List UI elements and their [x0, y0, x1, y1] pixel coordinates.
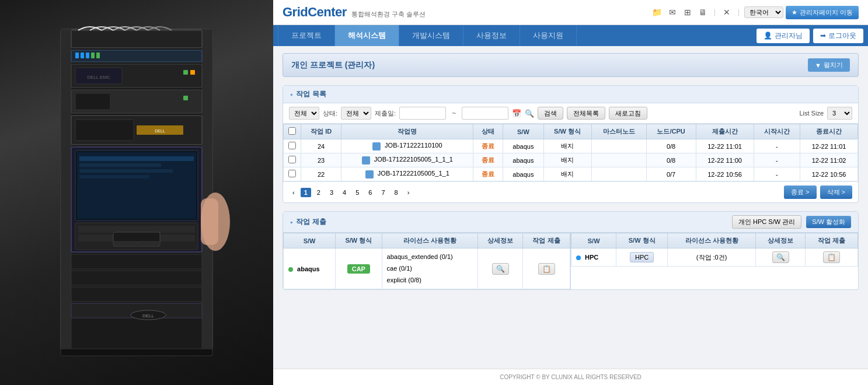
- job-master-0: [591, 139, 646, 153]
- folder-icon[interactable]: 📁: [651, 6, 664, 19]
- left-sw-type: CAP: [336, 249, 382, 289]
- right-col-sw-type: S/W 형식: [616, 233, 668, 249]
- col-end-time: 종료시간: [800, 124, 858, 139]
- nav-item-project[interactable]: 프로젝트: [278, 25, 335, 46]
- nav-item-dev[interactable]: 개발시스템: [399, 25, 463, 46]
- page-1[interactable]: 1: [301, 188, 311, 197]
- job-status-0: 종료: [473, 139, 503, 153]
- close-icon[interactable]: ✕: [720, 6, 733, 19]
- col-node-cpu: 노드/CPU: [646, 124, 696, 139]
- job-id-1: 23: [301, 153, 341, 167]
- delete-button[interactable]: 삭제 >: [820, 186, 852, 199]
- job-end-2: 12-22 10:56: [800, 167, 858, 181]
- svg-rect-2: [202, 29, 212, 350]
- end-button[interactable]: 종료 >: [784, 186, 816, 199]
- svg-rect-39: [71, 287, 202, 302]
- page-2[interactable]: 2: [313, 188, 324, 197]
- left-col-sw: S/W: [284, 233, 336, 249]
- page-5[interactable]: 5: [352, 188, 362, 197]
- submit-section-title: 작업 제출: [290, 217, 326, 227]
- left-submit-panel: S/W S/W 형식 라이선스 사용현황 상세정보 작업 제출: [283, 233, 571, 289]
- job-master-1: [591, 153, 646, 167]
- page-4[interactable]: 4: [339, 188, 350, 197]
- right-submit-table: S/W S/W 형식 라이선스 사용현황 상세정보 작업 제출: [571, 233, 858, 267]
- grid-icon[interactable]: ⊞: [681, 6, 694, 19]
- job-list-toolbar: 전체 상태: 전체 제출일: ~ 📅 🔍 검색 전체목록 새로고침 List S…: [283, 103, 858, 124]
- page-6[interactable]: 6: [365, 188, 375, 197]
- submit-header: 작업 제출 개인 HPC S/W 관리 S/W 활성화: [283, 212, 858, 233]
- hpc-mgmt-button[interactable]: 개인 HPC S/W 관리: [732, 215, 801, 229]
- svg-rect-27: [79, 169, 173, 173]
- job-id-0: 24: [301, 139, 341, 153]
- job-list-table: 작업 ID 작업명 상태 S/W S/W 형식 마스터노드 노드/CPU 제출시…: [283, 124, 858, 181]
- job-icon-0: [372, 142, 381, 150]
- license-item-0: abaqus_extended (0/1): [387, 251, 473, 263]
- svg-rect-7: [86, 52, 89, 58]
- nav-logout-button[interactable]: ➡ 로그아웃: [813, 29, 863, 43]
- col-master-node: 마스터노드: [591, 124, 646, 139]
- job-sw-type-0: 배지: [543, 139, 591, 153]
- date-to-input[interactable]: [462, 107, 508, 120]
- svg-rect-9: [96, 52, 100, 58]
- right-detail-button[interactable]: 🔍: [772, 251, 789, 263]
- license-item-1: cae (0/1): [387, 263, 473, 275]
- job-start-1: -: [754, 153, 800, 167]
- job-end-0: 12-22 11:01: [800, 139, 858, 153]
- svg-rect-16: [75, 93, 110, 110]
- right-col-detail: 상세정보: [756, 233, 806, 249]
- nav-item-support[interactable]: 사용지원: [520, 25, 577, 46]
- svg-rect-5: [75, 52, 79, 58]
- dot-blue-icon: [576, 256, 581, 260]
- date-from-input[interactable]: [399, 107, 446, 120]
- page-7[interactable]: 7: [378, 188, 388, 197]
- left-license: abaqus_extended (0/1) cae (0/1) explicit…: [382, 249, 477, 289]
- svg-rect-26: [79, 163, 161, 167]
- sw-activate-button[interactable]: S/W 활성화: [806, 216, 851, 228]
- all-list-button[interactable]: 전체목록: [567, 107, 605, 120]
- status-select[interactable]: 전체: [341, 107, 371, 120]
- svg-rect-4: [71, 50, 202, 62]
- header-right: 📁 ✉ ⊞ 🖥 | ✕ | 한국어 English ★ 관리자페이지 이동: [651, 6, 859, 19]
- nav-user-button[interactable]: 👤 관리자님: [757, 29, 810, 43]
- nav-item-analysis[interactable]: 해석시스템: [335, 25, 399, 46]
- select-all-checkbox[interactable]: [288, 127, 296, 135]
- expand-button[interactable]: ▼ 펼치기: [808, 58, 850, 72]
- right-col-sw: S/W: [571, 233, 616, 249]
- right-submit-button[interactable]: 📋: [823, 251, 840, 263]
- search-button[interactable]: 검색: [538, 107, 563, 120]
- svg-rect-6: [81, 52, 84, 58]
- svg-rect-13: [183, 70, 188, 75]
- admin-page-button[interactable]: ★ 관리자페이지 이동: [786, 6, 859, 19]
- nav-bar: 프로젝트 해석시스템 개발시스템 사용정보 사용지원 👤 관리자님 ➡ 로그아웃: [273, 25, 868, 46]
- content-panel: GridCenter 통합해석환경 구축 솔루션 📁 ✉ ⊞ 🖥 | ✕ | 한…: [273, 0, 868, 385]
- left-detail-button[interactable]: 🔍: [492, 263, 509, 275]
- col-checkbox: [284, 124, 301, 139]
- job-status-1: 종료: [473, 153, 503, 167]
- email-icon[interactable]: ✉: [666, 6, 679, 19]
- svg-rect-33: [113, 242, 137, 245]
- calendar-icon[interactable]: 📅: [512, 109, 521, 118]
- row-checkbox-0[interactable]: [288, 142, 296, 149]
- dot-green-icon: [288, 267, 293, 272]
- job-submit-1: 12-22 11:00: [696, 153, 754, 167]
- page-next[interactable]: ›: [404, 188, 413, 197]
- submit-tables-container: S/W S/W 형식 라이선스 사용현황 상세정보 작업 제출: [283, 233, 858, 289]
- refresh-button[interactable]: 새로고침: [609, 107, 647, 120]
- filter-select[interactable]: 전체: [289, 107, 319, 120]
- list-size-select[interactable]: 3 5 10: [827, 107, 852, 120]
- page-8[interactable]: 8: [391, 188, 402, 197]
- page-prev[interactable]: ‹: [289, 188, 298, 197]
- search-icon[interactable]: 🔍: [525, 109, 534, 118]
- left-submit-button[interactable]: 📋: [538, 263, 555, 275]
- row-checkbox-2[interactable]: [288, 170, 296, 177]
- nav-item-usage[interactable]: 사용정보: [463, 25, 520, 46]
- lang-select[interactable]: 한국어 English: [744, 6, 783, 18]
- col-job-id: 작업 ID: [301, 124, 341, 139]
- page-3[interactable]: 3: [326, 188, 337, 197]
- job-list-title: 작업 목록: [283, 86, 858, 103]
- monitor-icon[interactable]: 🖥: [696, 6, 709, 19]
- project-title: 개인 프로젝트 (관리자): [291, 60, 375, 71]
- row-checkbox-1[interactable]: [288, 156, 296, 163]
- svg-rect-24: [77, 152, 196, 219]
- svg-rect-34: [137, 242, 160, 245]
